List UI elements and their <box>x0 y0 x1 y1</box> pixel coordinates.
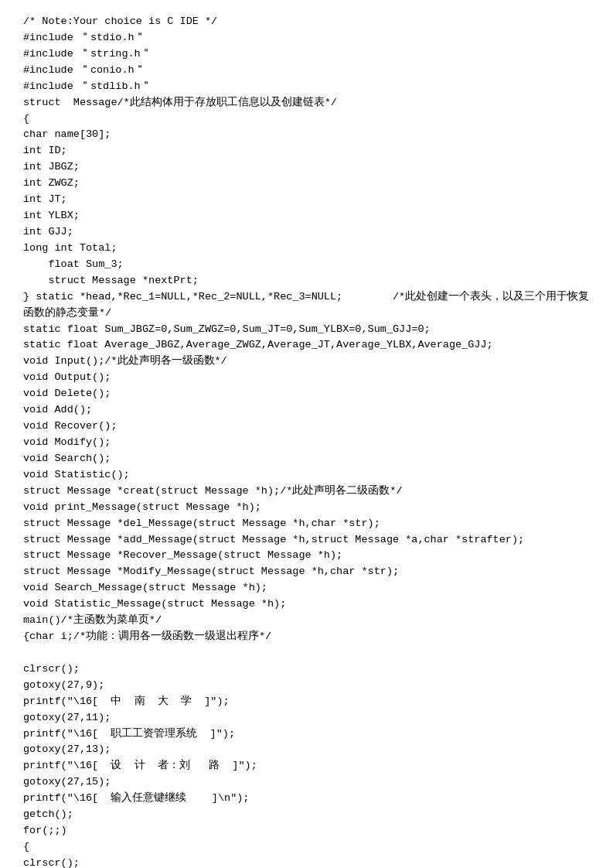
code-content: /* Note:Your choice is C IDE */ #include… <box>23 14 590 868</box>
